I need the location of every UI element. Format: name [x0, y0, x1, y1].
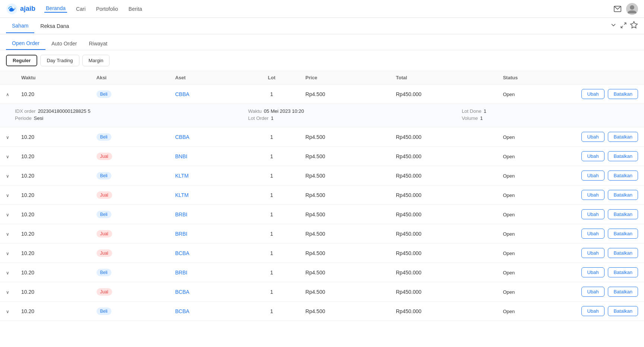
status-text: Open	[503, 154, 515, 159]
cell-actions: Ubah Batalkan	[573, 302, 644, 321]
asset-link[interactable]: KLTM	[175, 173, 189, 179]
batalkan-button[interactable]: Batalkan	[608, 171, 638, 181]
expand-button[interactable]	[620, 22, 627, 30]
batalkan-button[interactable]: Batalkan	[608, 209, 638, 219]
batalkan-button[interactable]: Batalkan	[608, 151, 638, 161]
cell-aksi: Beli	[91, 166, 169, 185]
idxorder-label: IDX order	[15, 108, 36, 114]
row-expand-btn[interactable]: ∨	[6, 174, 9, 179]
nav-portofolio[interactable]: Portofolio	[95, 6, 120, 12]
ubah-button[interactable]: Ubah	[581, 151, 604, 161]
detail-idxorder: IDX order 202304180000128825 5	[15, 108, 233, 114]
tab-open-order[interactable]: Open Order	[6, 37, 45, 50]
nav-beranda[interactable]: Beranda	[44, 5, 67, 13]
ubah-button[interactable]: Ubah	[581, 171, 604, 181]
tab-saham[interactable]: Saham	[6, 19, 34, 33]
asset-link[interactable]: BRBI	[175, 231, 187, 237]
detail-row: IDX order 202304180000128825 5 Waktu 05 …	[0, 104, 644, 127]
status-text: Open	[503, 134, 515, 140]
asset-link[interactable]: BCBA	[175, 289, 189, 295]
logo-text: ajaib	[20, 5, 35, 13]
aksi-badge: Beli	[97, 133, 111, 141]
cell-status: Open	[497, 85, 573, 104]
star-button[interactable]	[630, 21, 638, 31]
asset-link[interactable]: BCBA	[175, 308, 189, 314]
cell-lot: 1	[244, 263, 299, 282]
row-expand-btn[interactable]: ∨	[6, 154, 9, 159]
cell-waktu: 10.20	[15, 205, 91, 224]
row-expand-btn[interactable]: ∨	[6, 232, 9, 237]
detail-waktu: Waktu 05 Mei 2023 10:20	[248, 108, 447, 114]
tab-riwayat[interactable]: Riwayat	[83, 38, 113, 50]
asset-link[interactable]: CBBA	[175, 91, 189, 97]
cell-price: Rp4.500	[300, 282, 390, 302]
cell-aset: BCBA	[169, 282, 244, 302]
cell-total: Rp450.000	[390, 127, 497, 147]
tab-auto-order[interactable]: Auto Order	[45, 38, 83, 50]
batalkan-button[interactable]: Batalkan	[608, 287, 638, 297]
col-aset: Aset	[169, 71, 244, 85]
ubah-button[interactable]: Ubah	[581, 190, 604, 200]
row-expand-btn[interactable]: ∨	[6, 251, 9, 256]
mail-icon	[613, 5, 622, 13]
table-row: ∨ 10.20 Beli BRBI 1 Rp4.500 Rp450.000 Op…	[0, 263, 644, 282]
ubah-button[interactable]: Ubah	[581, 287, 604, 297]
cell-total: Rp450.000	[390, 263, 497, 282]
row-expand-btn[interactable]: ∨	[6, 290, 9, 295]
cell-aksi: Jual	[91, 147, 169, 166]
cell-price: Rp4.500	[300, 85, 390, 104]
nav-actions	[610, 21, 638, 31]
status-text: Open	[503, 289, 515, 295]
nav-cari[interactable]: Cari	[75, 6, 87, 12]
cell-price: Rp4.500	[300, 243, 390, 263]
ubah-button[interactable]: Ubah	[581, 132, 604, 142]
dropdown-button[interactable]	[610, 21, 617, 31]
table-row: ∨ 10.20 Jual BCBA 1 Rp4.500 Rp450.000 Op…	[0, 282, 644, 302]
main-content: Open Order Auto Order Riwayat Reguler Da…	[0, 34, 644, 347]
asset-link[interactable]: BCBA	[175, 250, 189, 256]
cell-waktu: 10.20	[15, 185, 91, 205]
filter-reguler[interactable]: Reguler	[6, 55, 37, 66]
detail-lotorder: Lot Order 1	[248, 115, 447, 121]
cell-status: Open	[497, 166, 573, 185]
asset-link[interactable]: KLTM	[175, 192, 189, 198]
cell-waktu: 10.20	[15, 85, 91, 104]
row-expand-btn[interactable]: ∨	[6, 309, 9, 314]
batalkan-button[interactable]: Batalkan	[608, 248, 638, 258]
ubah-button[interactable]: Ubah	[581, 229, 604, 239]
nav-berita[interactable]: Berita	[127, 6, 144, 12]
filter-day-trading[interactable]: Day Trading	[40, 55, 79, 66]
batalkan-button[interactable]: Batalkan	[608, 89, 638, 99]
batalkan-button[interactable]: Batalkan	[608, 190, 638, 200]
cell-total: Rp450.000	[390, 224, 497, 243]
col-lot: Lot	[244, 71, 299, 85]
row-expand-btn[interactable]: ∧	[6, 92, 9, 97]
asset-link[interactable]: BRBI	[175, 211, 187, 217]
batalkan-button[interactable]: Batalkan	[608, 306, 638, 316]
row-expand-btn[interactable]: ∨	[6, 135, 9, 140]
row-expand-btn[interactable]: ∨	[6, 193, 9, 198]
filter-margin[interactable]: Margin	[82, 55, 110, 66]
chevron-down-icon	[610, 21, 617, 29]
cell-waktu: 10.20	[15, 282, 91, 302]
asset-link[interactable]: CBBA	[175, 134, 189, 140]
asset-link[interactable]: BRBI	[175, 270, 187, 276]
batalkan-button[interactable]: Batalkan	[608, 229, 638, 239]
status-text: Open	[503, 92, 515, 97]
ubah-button[interactable]: Ubah	[581, 248, 604, 258]
order-type-tabs: Open Order Auto Order Riwayat	[0, 34, 644, 50]
mail-button[interactable]	[613, 5, 622, 13]
ubah-button[interactable]: Ubah	[581, 267, 604, 277]
tab-reksa-dana[interactable]: Reksa Dana	[34, 19, 75, 33]
ubah-button[interactable]: Ubah	[581, 89, 604, 99]
ubah-button[interactable]: Ubah	[581, 306, 604, 316]
avatar-button[interactable]	[626, 3, 638, 15]
cell-aksi: Beli	[91, 263, 169, 282]
cell-price: Rp4.500	[300, 224, 390, 243]
batalkan-button[interactable]: Batalkan	[608, 267, 638, 277]
ubah-button[interactable]: Ubah	[581, 209, 604, 219]
row-expand-btn[interactable]: ∨	[6, 212, 9, 217]
row-expand-btn[interactable]: ∨	[6, 270, 9, 276]
asset-link[interactable]: BNBI	[175, 153, 187, 159]
batalkan-button[interactable]: Batalkan	[608, 132, 638, 142]
